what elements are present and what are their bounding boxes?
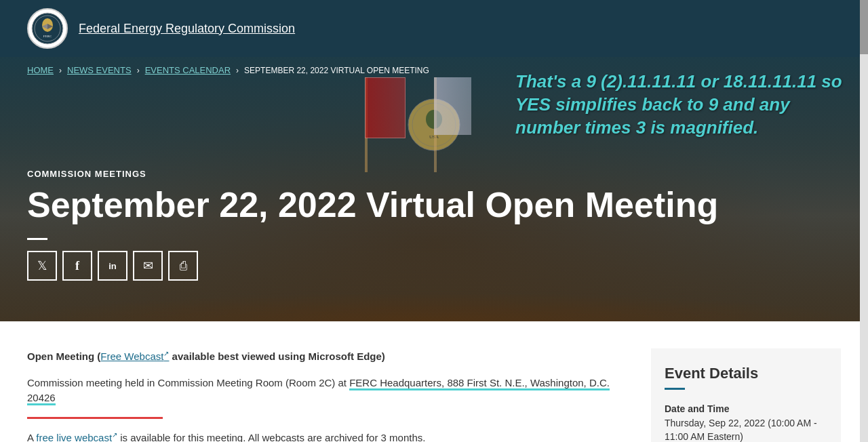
external-link-sup2: ↗: [112, 431, 117, 439]
breadcrumb-sep-1: ›: [59, 66, 62, 75]
linkedin-button[interactable]: in: [98, 251, 127, 281]
social-share-bar: 𝕏 f in ✉ ⎙: [27, 251, 841, 281]
content-area: Open Meeting (Free Webcast↗ available be…: [0, 321, 868, 442]
site-header: FERC Federal Energy Regulatory Commissio…: [0, 0, 868, 57]
email-icon: ✉: [143, 258, 153, 273]
twitter-icon: 𝕏: [37, 258, 47, 273]
main-content: Open Meeting (Free Webcast↗ available be…: [0, 321, 868, 442]
address-paragraph: Commission meeting held in Commission Me…: [27, 376, 624, 406]
event-details-box: Event Details Date and Time Thursday, Se…: [651, 348, 841, 442]
facebook-icon: f: [75, 259, 79, 273]
breadcrumb-sep-3: ›: [236, 66, 239, 75]
hero-divider: [27, 238, 47, 240]
breadcrumb-sep-2: ›: [137, 66, 140, 75]
print-button[interactable]: ⎙: [168, 251, 198, 281]
event-details-title: Event Details: [665, 365, 827, 382]
breadcrumb-home[interactable]: HOME: [27, 65, 54, 75]
scrollbar[interactable]: [860, 0, 868, 442]
hero-page-title: September 22, 2022 Virtual Open Meeting: [27, 186, 841, 224]
red-underline-decoration: [27, 417, 163, 419]
hero-category-label: COMMISSION MEETINGS: [27, 169, 841, 179]
event-details-sidebar: Event Details Date and Time Thursday, Se…: [651, 348, 841, 442]
breadcrumb: HOME › NEWS EVENTS › EVENTS CALENDAR › S…: [0, 57, 868, 83]
linkedin-icon: in: [108, 261, 117, 271]
hero-section: USA That's a 9 (2).11.11.11 or 18.11.11.…: [0, 57, 868, 321]
event-details-divider: [665, 388, 685, 390]
breadcrumb-current-page: SEPTEMBER 22, 2022 VIRTUAL OPEN MEETING: [244, 66, 429, 75]
date-time-value: Thursday, Sep 22, 2022 (10:00 AM - 11:00…: [665, 417, 827, 442]
flag-1: [365, 77, 406, 138]
facebook-button[interactable]: f: [62, 251, 92, 281]
site-title-link[interactable]: Federal Energy Regulatory Commission: [79, 22, 295, 36]
intro-bold-text: Open Meeting (: [27, 350, 100, 362]
svg-text:FERC: FERC: [43, 35, 52, 38]
breadcrumb-events-calendar[interactable]: EVENTS CALENDAR: [145, 65, 231, 75]
breadcrumb-news-events[interactable]: NEWS EVENTS: [67, 65, 132, 75]
webcast-paragraph: A free live webcast↗ is available for th…: [27, 430, 624, 443]
print-icon: ⎙: [180, 259, 187, 273]
content-left: Open Meeting (Free Webcast↗ available be…: [27, 348, 651, 442]
live-webcast-link[interactable]: free live webcast↗: [36, 432, 117, 443]
intro-paragraph: Open Meeting (Free Webcast↗ available be…: [27, 348, 624, 365]
hero-content: COMMISSION MEETINGS September 22, 2022 V…: [27, 169, 841, 281]
email-button[interactable]: ✉: [133, 251, 163, 281]
address-ferc-hq: FERC Headquarters, 888 First St. N.E., W…: [27, 377, 610, 406]
webcast-link[interactable]: Free Webcast↗: [100, 350, 169, 362]
twitter-button[interactable]: 𝕏: [27, 251, 57, 281]
ferc-logo: FERC: [27, 8, 68, 49]
date-time-label: Date and Time: [665, 403, 827, 414]
flag-2: [434, 77, 471, 135]
scrollbar-thumb[interactable]: [860, 0, 868, 54]
intro-bold-text2: available best viewed using Microsoft Ed…: [169, 350, 384, 362]
